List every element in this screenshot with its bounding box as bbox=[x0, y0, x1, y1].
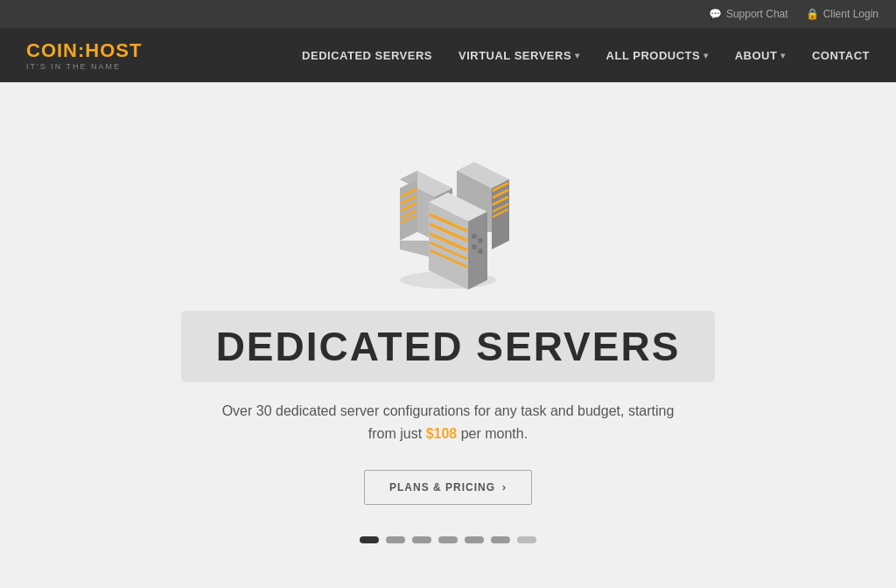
slider-dot-5[interactable] bbox=[465, 536, 484, 543]
svg-marker-19 bbox=[468, 212, 487, 290]
logo-text: COIN:HOST bbox=[26, 39, 142, 62]
hero-title-wrapper: DEDICATED SERVERS bbox=[181, 311, 716, 382]
slider-dot-2[interactable] bbox=[386, 536, 405, 543]
top-bar: 💬 Support Chat 🔒 Client Login bbox=[0, 0, 896, 28]
hero-description: Over 30 dedicated server configurations … bbox=[220, 400, 676, 444]
nav-links: DEDICATED SERVERS VIRTUAL SERVERS ▾ ALL … bbox=[302, 49, 870, 62]
chevron-down-icon: ▾ bbox=[575, 51, 580, 60]
client-login-link[interactable]: 🔒 Client Login bbox=[806, 8, 878, 20]
hero-desc-part2: per month. bbox=[457, 426, 528, 441]
nav-item-contact[interactable]: CONTACT bbox=[812, 49, 870, 62]
nav-item-virtual[interactable]: VIRTUAL SERVERS ▾ bbox=[458, 49, 580, 62]
chevron-down-icon: ▾ bbox=[780, 51, 786, 60]
slider-dot-6[interactable] bbox=[491, 536, 510, 543]
nav-item-products[interactable]: ALL PRODUCTS ▾ bbox=[606, 49, 709, 62]
hero-price: $108 bbox=[426, 426, 458, 441]
slider-dot-7[interactable] bbox=[517, 536, 536, 543]
hero-section: DEDICATED SERVERS Over 30 dedicated serv… bbox=[0, 82, 896, 588]
slider-dot-3[interactable] bbox=[412, 536, 431, 543]
support-chat-label: Support Chat bbox=[726, 8, 788, 20]
svg-point-28 bbox=[472, 244, 477, 249]
navbar: COIN:HOST IT'S IN THE NAME DEDICATED SER… bbox=[0, 28, 896, 82]
hero-title: DEDICATED SERVERS bbox=[216, 323, 681, 370]
svg-point-29 bbox=[478, 248, 483, 254]
nav-products-label: ALL PRODUCTS bbox=[606, 49, 701, 62]
nav-dedicated-label: DEDICATED SERVERS bbox=[302, 49, 432, 62]
logo-subtitle: IT'S IN THE NAME bbox=[26, 62, 121, 71]
chevron-down-icon: ▾ bbox=[704, 51, 709, 60]
plans-pricing-button[interactable]: PLANS & PRICING › bbox=[364, 470, 532, 505]
nav-virtual-label: VIRTUAL SERVERS bbox=[458, 49, 571, 62]
nav-item-about[interactable]: ABOUT ▾ bbox=[735, 49, 786, 62]
cta-arrow-icon: › bbox=[502, 481, 507, 494]
nav-contact-label: CONTACT bbox=[812, 49, 870, 62]
cta-label: PLANS & PRICING bbox=[389, 481, 495, 494]
nav-about-label: ABOUT bbox=[735, 49, 778, 62]
slider-dot-4[interactable] bbox=[438, 536, 458, 543]
slider-dot-1[interactable] bbox=[360, 536, 379, 543]
svg-point-27 bbox=[478, 238, 483, 243]
logo-part1: COIN bbox=[26, 39, 78, 61]
logo-part2: HOST bbox=[85, 39, 142, 61]
slider-dots bbox=[360, 536, 536, 543]
nav-item-dedicated[interactable]: DEDICATED SERVERS bbox=[302, 49, 432, 62]
logo[interactable]: COIN:HOST IT'S IN THE NAME bbox=[26, 39, 142, 71]
chat-icon: 💬 bbox=[709, 8, 722, 20]
client-login-label: Client Login bbox=[823, 8, 878, 20]
server-illustration bbox=[374, 144, 522, 293]
svg-point-26 bbox=[472, 234, 477, 239]
support-chat-link[interactable]: 💬 Support Chat bbox=[709, 8, 788, 20]
lock-icon: 🔒 bbox=[806, 8, 819, 20]
